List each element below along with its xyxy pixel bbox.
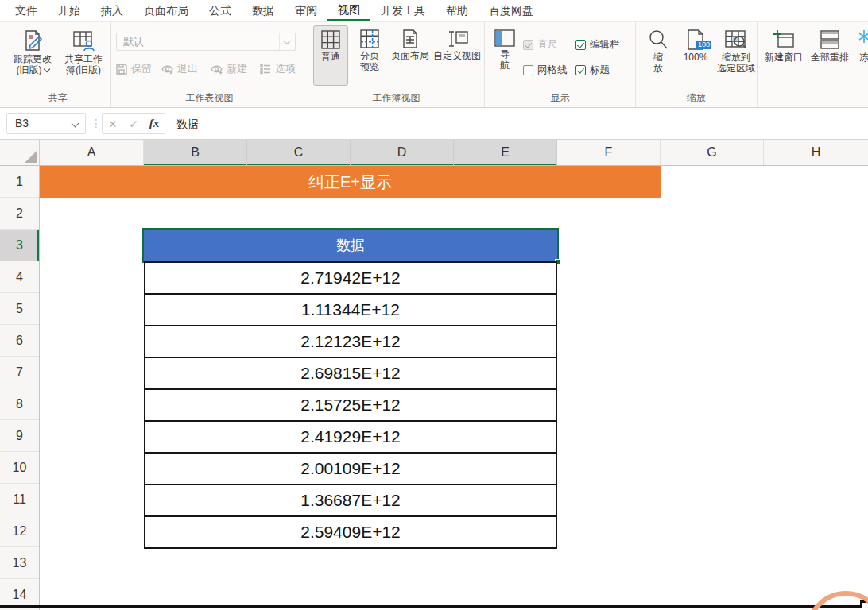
data-cell-row5[interactable]: 1.11344E+12 (145, 295, 556, 326)
row-header-9[interactable]: 9 (0, 420, 39, 452)
bottom-edge-line (0, 605, 860, 608)
custom-views-button[interactable]: 自定义视图 (432, 26, 482, 61)
data-cell-row10[interactable]: 2.00109E+12 (145, 454, 556, 485)
new-window-button[interactable]: 新建窗口 (759, 26, 808, 63)
freeze-panes-icon (858, 29, 868, 51)
checkbox-ruler: 直尺 (523, 32, 575, 57)
select-all-button[interactable] (0, 140, 40, 165)
row-header-11[interactable]: 11 (0, 484, 39, 515)
dropdown-arrow-icon (279, 33, 295, 50)
checkbox-headings-label: 标题 (590, 64, 610, 77)
navigation-button[interactable]: 导 航 (491, 26, 518, 71)
new-view-button: 新建 (210, 60, 247, 79)
exit-view-label: 退出 (177, 62, 198, 76)
menu-item-data[interactable]: 数据 (242, 0, 285, 21)
data-cell-row9[interactable]: 2.41929E+12 (145, 422, 556, 454)
zoom-label: 缩 放 (641, 52, 676, 74)
column-header-b[interactable]: B (144, 140, 247, 165)
arrange-all-label: 全部重排 (808, 52, 851, 63)
row-header-8[interactable]: 8 (0, 388, 39, 420)
menu-item-insert[interactable]: 插入 (91, 0, 134, 21)
column-header-g[interactable]: G (661, 140, 764, 165)
normal-view-button[interactable]: 普通 (313, 25, 348, 86)
normal-view-icon (320, 29, 341, 50)
menu-item-baidu-netdisk[interactable]: 百度网盘 (479, 0, 544, 21)
track-changes-button[interactable]: 跟踪更改 (旧版) (8, 26, 57, 75)
row-header-1[interactable]: 1 (0, 166, 39, 198)
menu-bar: 文件 开始 插入 页面布局 公式 数据 审阅 视图 开发工具 帮助 百度网盘 (0, 0, 868, 22)
page-break-preview-button[interactable]: 分页 预览 (353, 26, 386, 72)
row-header-2[interactable]: 2 (0, 198, 39, 230)
page-layout-button[interactable]: 页面布局 (389, 26, 431, 61)
checkbox-gridlines[interactable]: 网格线 (523, 57, 575, 83)
row-header-7[interactable]: 7 (0, 357, 39, 388)
menu-item-page-layout[interactable]: 页面布局 (134, 0, 199, 21)
checkbox-formula-bar[interactable]: 编辑栏 (575, 32, 620, 57)
menu-item-developer[interactable]: 开发工具 (370, 0, 436, 21)
group-label-show: 显示 (485, 91, 635, 105)
row-header-5[interactable]: 5 (0, 293, 39, 325)
row-header-12[interactable]: 12 (0, 515, 39, 547)
checkbox-gridlines-label: 网格线 (537, 64, 568, 77)
zoom-to-selection-icon (724, 29, 748, 51)
menu-item-file[interactable]: 文件 (5, 0, 48, 21)
group-sheet-view: 默认 保留 退出 新建 (111, 22, 308, 107)
insert-function-button[interactable]: fx (144, 114, 165, 133)
banner-cell[interactable]: 纠正E+显示 (40, 166, 661, 198)
zoom-to-selection-button[interactable]: 缩放到 选定区域 (714, 26, 758, 74)
formula-bar: B3 fx 数据 (0, 108, 868, 140)
data-cell-row4[interactable]: 2.71942E+12 (145, 263, 556, 295)
zoom-100-label: 100% (677, 52, 714, 63)
table-header-text: 数据 (336, 237, 365, 253)
column-header-e[interactable]: E (454, 140, 557, 165)
menu-item-review[interactable]: 审阅 (285, 0, 327, 21)
group-label-zoom: 缩放 (636, 91, 757, 105)
column-header-d[interactable]: D (351, 140, 454, 165)
new-window-icon (772, 29, 796, 51)
arrange-all-icon (819, 29, 841, 51)
menu-item-help[interactable]: 帮助 (436, 0, 479, 21)
zoom-button[interactable]: 缩 放 (641, 26, 676, 74)
arrange-all-button[interactable]: 全部重排 (808, 26, 851, 63)
data-cell-row8[interactable]: 2.15725E+12 (145, 390, 556, 422)
page-layout-icon (400, 29, 420, 49)
row-header-10[interactable]: 10 (0, 452, 39, 484)
normal-view-label: 普通 (314, 51, 347, 62)
zoom-to-selection-label: 缩放到 选定区域 (714, 52, 758, 74)
new-view-label: 新建 (227, 62, 247, 76)
menu-item-formulas[interactable]: 公式 (199, 0, 242, 21)
row-header-3[interactable]: 3 (0, 230, 39, 261)
row-header-6[interactable]: 6 (0, 325, 39, 357)
eye-new-icon (210, 63, 223, 75)
column-header-strip: A B C D E F G H (0, 140, 868, 166)
track-changes-label: 跟踪更改 (旧版) (8, 53, 57, 75)
checkbox-headings[interactable]: 标题 (575, 57, 620, 83)
menu-item-home[interactable]: 开始 (48, 0, 91, 21)
show-checkbox-grid: 直尺 编辑栏 网格线 标题 (523, 32, 620, 83)
menu-item-view[interactable]: 视图 (327, 0, 370, 21)
row-header-13[interactable]: 13 (0, 547, 39, 579)
freeze-panes-button[interactable]: 冻结 (853, 26, 868, 63)
data-cell-row6[interactable]: 2.12123E+12 (145, 326, 556, 358)
row-header-4[interactable]: 4 (0, 261, 39, 293)
group-window: 新建窗口 全部重排 冻结 (758, 22, 868, 107)
column-header-h[interactable]: H (764, 140, 868, 165)
checkbox-formula-bar-label: 编辑栏 (590, 38, 620, 52)
column-header-c[interactable]: C (247, 140, 351, 165)
column-header-a[interactable]: A (40, 140, 144, 165)
custom-views-icon (445, 29, 469, 49)
column-header-f[interactable]: F (557, 140, 661, 165)
enter-button[interactable] (123, 114, 144, 133)
zoom-100-button[interactable]: 100 100% (677, 26, 714, 63)
data-cell-row11[interactable]: 1.36687E+12 (145, 485, 556, 517)
group-show: 导 航 直尺 编辑栏 网格线 标题 (485, 22, 636, 107)
table-header-cell[interactable]: 数据 (144, 230, 557, 261)
cancel-button[interactable] (103, 114, 123, 133)
data-cell-row12[interactable]: 2.59409E+12 (145, 517, 556, 547)
data-cell-row7[interactable]: 2.69815E+12 (145, 358, 556, 390)
name-box[interactable]: B3 (6, 113, 86, 134)
share-workbook-button[interactable]: 共享工作 簿(旧版) (59, 26, 108, 75)
formula-buttons: fx (102, 113, 165, 134)
share-workbook-label: 共享工作 簿(旧版) (59, 53, 108, 75)
formula-input[interactable]: 数据 (176, 108, 199, 140)
